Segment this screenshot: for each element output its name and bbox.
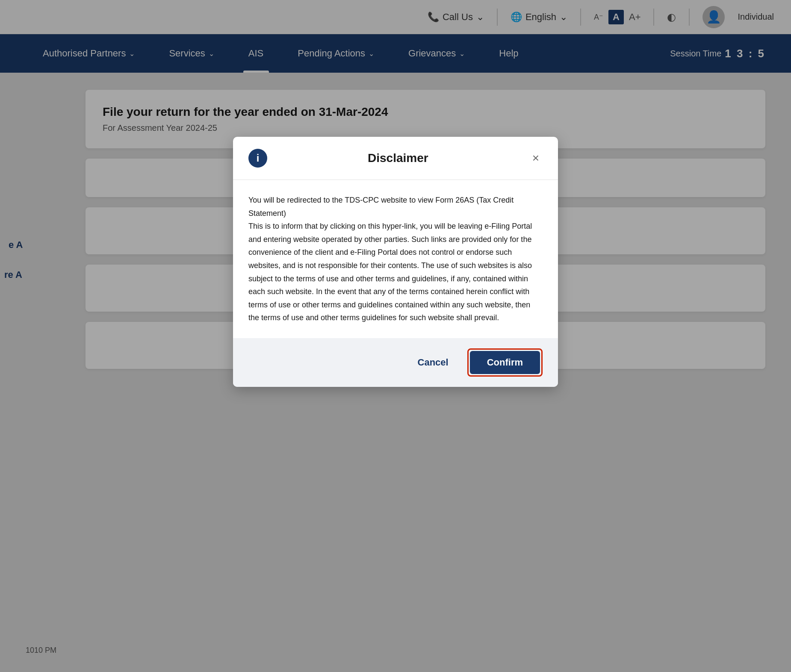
modal-header: i Disclaimer ×	[233, 137, 558, 180]
disclaimer-text: You will be redirected to the TDS-CPC we…	[248, 194, 543, 324]
confirm-button-wrapper: Confirm	[467, 348, 543, 377]
confirm-button[interactable]: Confirm	[470, 351, 540, 374]
modal-body: You will be redirected to the TDS-CPC we…	[233, 180, 558, 338]
modal-title: Disclaimer	[275, 151, 521, 165]
info-icon: i	[248, 149, 267, 168]
disclaimer-modal: i Disclaimer × You will be redirected to…	[233, 137, 558, 387]
cancel-button[interactable]: Cancel	[409, 353, 457, 372]
modal-overlay: i Disclaimer × You will be redirected to…	[0, 0, 791, 672]
modal-footer: Cancel Confirm	[233, 338, 558, 387]
modal-close-button[interactable]: ×	[529, 150, 543, 166]
